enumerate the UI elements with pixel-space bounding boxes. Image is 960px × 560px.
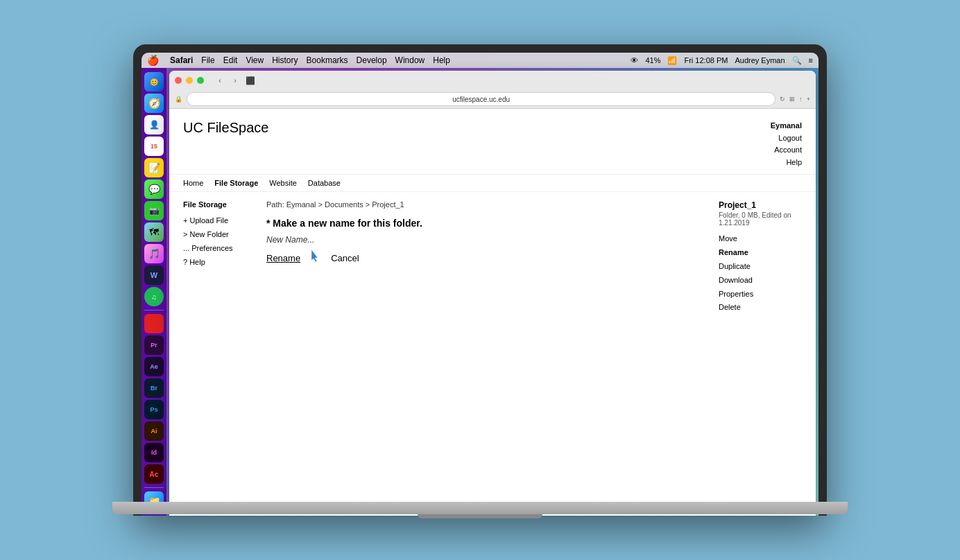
nav-file-storage[interactable]: File Storage bbox=[214, 179, 258, 187]
new-tab-button[interactable]: + bbox=[807, 96, 810, 103]
file-sidebar-title: File Storage bbox=[183, 200, 252, 209]
address-bar[interactable]: ucfilespace.uc.edu bbox=[187, 92, 775, 106]
dock-facetime[interactable]: 📷 bbox=[144, 201, 164, 220]
search-icon[interactable]: 🔍 bbox=[792, 56, 802, 65]
site-title: UC FileSpace bbox=[183, 120, 268, 136]
rename-actions: Rename Cancel bbox=[266, 253, 705, 263]
dock-illustrator[interactable]: Ai bbox=[144, 421, 164, 441]
reload-button[interactable]: ↻ bbox=[780, 96, 785, 103]
action-rename[interactable]: Rename bbox=[719, 246, 802, 260]
menu-bar: 🍎 Safari File Edit View History Bookmark… bbox=[142, 53, 818, 68]
clock: Fri 12:08 PM bbox=[684, 56, 728, 64]
dock-contacts[interactable]: 👤 bbox=[144, 115, 164, 134]
rename-instruction: * Make a new name for this folder. bbox=[266, 217, 705, 231]
dock-werdsmith[interactable]: W bbox=[144, 265, 164, 285]
browser-window: ‹ › ⬛ 🔒 ucfilespace.uc.edu ↻ ⊞ bbox=[169, 71, 816, 516]
file-sidebar: File Storage + Upload File > New Folder … bbox=[183, 200, 252, 315]
share-button[interactable]: ⬛ bbox=[244, 74, 257, 87]
spotify-icon: ♫ bbox=[151, 293, 157, 301]
eye-icon: 👁 bbox=[631, 56, 638, 64]
calendar-icon: 15 bbox=[151, 143, 157, 150]
menu-help[interactable]: Help bbox=[433, 55, 450, 65]
dock-spotify[interactable]: ♫ bbox=[144, 287, 164, 306]
indesign-icon: Id bbox=[151, 449, 157, 456]
dock-calendar[interactable]: 15 bbox=[144, 137, 164, 156]
back-button[interactable]: ‹ bbox=[214, 74, 226, 87]
sidebar-help[interactable]: ? Help bbox=[183, 256, 252, 270]
dock-itunes[interactable]: 🎵 bbox=[144, 244, 164, 263]
contacts-icon: 👤 bbox=[149, 120, 160, 130]
menu-edit[interactable]: Edit bbox=[223, 55, 238, 65]
dock-bridge[interactable]: Br bbox=[144, 378, 164, 398]
logout-link[interactable]: Logout bbox=[771, 132, 802, 145]
dock-notes[interactable]: 📝 bbox=[144, 158, 164, 177]
page-header: UC FileSpace Eymanal Logout Account Help bbox=[169, 109, 816, 175]
notes-icon: 📝 bbox=[148, 162, 160, 173]
menu-bookmarks[interactable]: Bookmarks bbox=[307, 55, 348, 65]
action-duplicate[interactable]: Duplicate bbox=[719, 260, 802, 274]
rename-button[interactable]: Rename bbox=[266, 253, 300, 263]
sidebar-upload-file[interactable]: + Upload File bbox=[183, 214, 252, 228]
menu-safari[interactable]: Safari bbox=[170, 55, 193, 65]
dock-sidebar: 😊 🧭 👤 15 📝 💬 bbox=[142, 68, 166, 516]
dock-premiere[interactable]: Pr bbox=[144, 335, 164, 355]
account-link[interactable]: Account bbox=[771, 144, 802, 157]
battery-indicator: 41% bbox=[645, 56, 660, 64]
apple-logo-icon[interactable]: 🍎 bbox=[147, 55, 159, 66]
cancel-link[interactable]: Cancel bbox=[331, 253, 359, 263]
menu-view[interactable]: View bbox=[246, 55, 264, 65]
menu-develop[interactable]: Develop bbox=[357, 55, 387, 65]
laptop-base bbox=[112, 502, 848, 514]
nav-database[interactable]: Database bbox=[308, 179, 341, 187]
bridge-icon: Br bbox=[151, 385, 157, 392]
laptop-base-area bbox=[112, 502, 848, 518]
dock-photoshop[interactable]: Ps bbox=[144, 400, 164, 419]
maximize-button[interactable] bbox=[197, 77, 204, 84]
minimize-button[interactable] bbox=[186, 77, 193, 84]
page-nav: Home File Storage Website Database bbox=[169, 175, 816, 192]
url-text: ucfilespace.uc.edu bbox=[452, 96, 510, 103]
dock-maps[interactable]: 🗺 bbox=[144, 222, 164, 242]
page-body: File Storage + Upload File > New Folder … bbox=[169, 192, 816, 323]
notification-icon[interactable]: ≡ bbox=[809, 56, 813, 64]
menu-history[interactable]: History bbox=[272, 55, 298, 65]
sidebar-new-folder[interactable]: > New Folder bbox=[183, 228, 252, 242]
messages-icon: 💬 bbox=[148, 184, 160, 195]
cursor-icon bbox=[309, 250, 320, 263]
nav-home[interactable]: Home bbox=[183, 179, 203, 187]
werdsmith-icon: W bbox=[151, 271, 157, 279]
action-move[interactable]: Move bbox=[719, 232, 802, 246]
premiere-icon: Pr bbox=[151, 342, 157, 349]
folder-meta: Folder, 0 MB, Edited on 1.21.2019 bbox=[719, 211, 802, 227]
bookmark-button[interactable]: ⊞ bbox=[789, 96, 795, 103]
dock-indesign[interactable]: Id bbox=[144, 443, 164, 462]
dock-messages[interactable]: 💬 bbox=[144, 180, 164, 199]
dock-aftereffects[interactable]: Ae bbox=[144, 357, 164, 376]
dock-divider bbox=[144, 310, 164, 310]
help-link[interactable]: Help bbox=[771, 157, 802, 169]
user-name-menu[interactable]: Audrey Eyman bbox=[735, 56, 785, 64]
itunes-icon: 🎵 bbox=[148, 248, 160, 259]
menu-file[interactable]: File bbox=[201, 55, 214, 65]
sidebar-preferences[interactable]: ... Preferences bbox=[183, 242, 252, 256]
facetime-icon: 📷 bbox=[149, 206, 160, 216]
dock-safari[interactable]: 🧭 bbox=[144, 94, 164, 113]
macos-desktop: 🍎 Safari File Edit View History Bookmark… bbox=[142, 53, 818, 516]
dock-redapp[interactable] bbox=[144, 314, 164, 333]
action-properties[interactable]: Properties bbox=[719, 288, 802, 301]
menu-window[interactable]: Window bbox=[395, 55, 425, 65]
dock-finder[interactable]: 😊 bbox=[144, 72, 164, 91]
laptop-outer: 🍎 Safari File Edit View History Bookmark… bbox=[133, 44, 827, 516]
acrobat-icon: Ac bbox=[150, 471, 159, 478]
user-menu: Eymanal Logout Account Help bbox=[771, 120, 802, 168]
action-download[interactable]: Download bbox=[719, 274, 802, 288]
main-area: Path: Eymanal > Documents > Project_1 * … bbox=[252, 200, 719, 315]
dock-acrobat[interactable]: Ac bbox=[144, 464, 164, 484]
close-button[interactable] bbox=[175, 77, 182, 84]
nav-website[interactable]: Website bbox=[269, 179, 297, 187]
forward-button[interactable]: › bbox=[229, 74, 241, 87]
new-name-placeholder: New Name... bbox=[266, 235, 705, 245]
action-delete[interactable]: Delete bbox=[719, 301, 802, 315]
share-page-button[interactable]: ↑ bbox=[799, 96, 803, 103]
right-panel: Project_1 Folder, 0 MB, Edited on 1.21.2… bbox=[719, 200, 802, 315]
